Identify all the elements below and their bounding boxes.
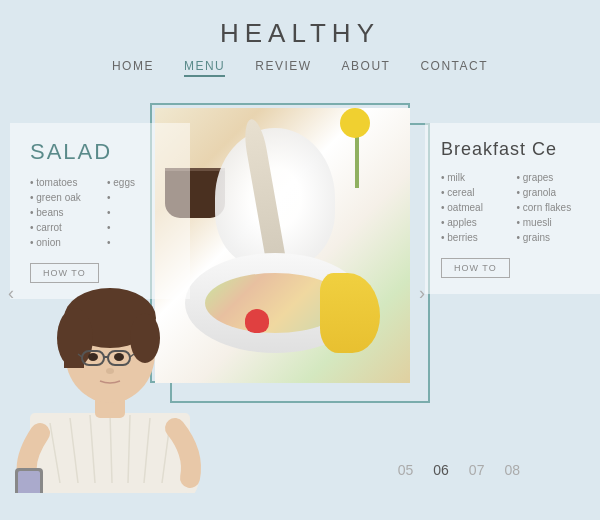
main-content: ‹ SALAD tomatoes eggs green oak beans ca… [0,93,600,493]
pagination: 05 06 07 08 [398,462,520,478]
breakfast-item-oatmeal: oatmeal [441,202,509,213]
breakfast-item-milk: milk [441,172,509,183]
nav-contact[interactable]: CONTACT [420,59,488,77]
breakfast-item-cornflakes: corn flakes [517,202,585,213]
nav: HOME MENU REVIEW ABOUT CONTACT [0,49,600,83]
breakfast-title: Breakfast Ce [441,139,584,160]
flowers [330,108,390,188]
svg-point-21 [114,353,124,361]
breakfast-items: milk grapes cereal granola oatmeal corn … [441,172,584,243]
nav-review[interactable]: REVIEW [255,59,311,77]
strawberry [245,309,269,333]
breakfast-item-grains: grains [517,232,585,243]
yellow-fruit [320,273,380,353]
person-image [0,213,220,493]
page-06[interactable]: 06 [433,462,449,478]
page-08[interactable]: 08 [504,462,520,478]
nav-home[interactable]: HOME [112,59,154,77]
breakfast-item-muesli: muesli [517,217,585,228]
salad-title: SALAD [30,139,174,165]
person-svg [0,213,220,493]
page-07[interactable]: 07 [469,462,485,478]
salad-item-eggs: eggs [107,177,174,188]
right-arrow[interactable]: › [419,283,425,304]
site-title: HEALTHY [0,18,600,49]
breakfast-item-granola: granola [517,187,585,198]
flower-head [340,108,370,138]
salad-item-empty1 [107,192,174,203]
page-05[interactable]: 05 [398,462,414,478]
salad-item-greenoak: green oak [30,192,97,203]
svg-point-13 [130,313,160,363]
header: HEALTHY HOME MENU REVIEW ABOUT CONTACT [0,0,600,93]
svg-point-20 [88,353,98,361]
breakfast-section: Breakfast Ce milk grapes cereal granola … [425,123,600,294]
nav-menu[interactable]: MENU [184,59,225,77]
breakfast-item-grapes: grapes [517,172,585,183]
svg-rect-14 [64,318,84,368]
nav-about[interactable]: ABOUT [342,59,391,77]
breakfast-item-berries: berries [441,232,509,243]
svg-rect-24 [18,471,40,493]
breakfast-item-apples: apples [441,217,509,228]
breakfast-item-cereal: cereal [441,187,509,198]
breakfast-howto-button[interactable]: HOW TO [441,258,510,278]
salad-item-tomatoes: tomatoes [30,177,97,188]
svg-point-22 [106,368,114,374]
